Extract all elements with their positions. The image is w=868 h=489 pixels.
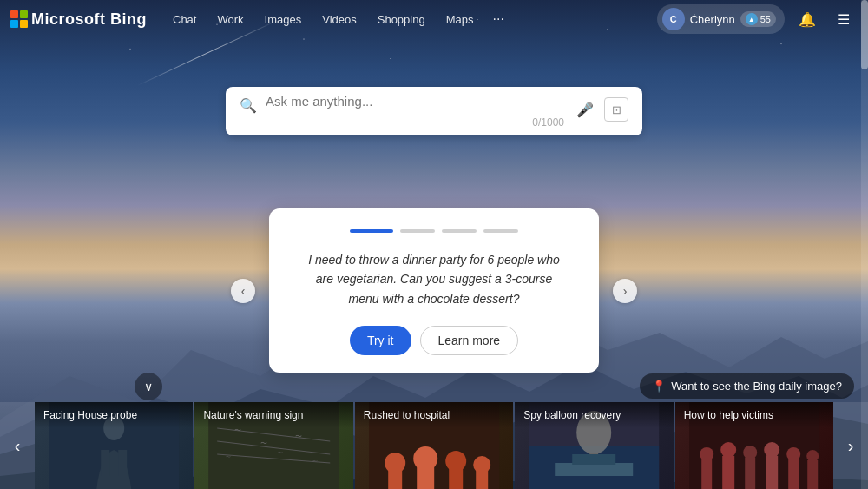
svg-rect-22 [417, 463, 434, 489]
points-value: 55 [760, 14, 771, 24]
nav-more-button[interactable]: ··· [485, 8, 510, 30]
svg-text:〜: 〜 [313, 459, 319, 464]
svg-rect-43 [788, 459, 799, 489]
news-card-3[interactable]: Rushed to hospital [355, 402, 513, 489]
logo-text: Microsoft Bing [31, 10, 147, 29]
news-card-2-title: Nature's warning sign [194, 402, 352, 428]
svg-text:〜: 〜 [227, 454, 232, 459]
suggestion-card: ‹ I need to throw a dinner party for 6 p… [269, 208, 599, 373]
chevron-down-icon: ∨ [144, 380, 153, 393]
try-it-button[interactable]: Try it [350, 326, 411, 355]
carousel-prev-button[interactable]: ‹ [231, 279, 255, 303]
news-card-2[interactable]: 〜 〜 〜 〜 〜 〜 Nature's warning sign [194, 402, 352, 489]
news-card-4[interactable]: Spy balloon recovery [515, 402, 673, 489]
news-prev-button[interactable]: ‹ [0, 402, 35, 489]
news-cards: Facing House probe 〜 〜 〜 〜 〜 〜 [35, 402, 833, 489]
suggestion-text: I need to throw a dinner party for 6 peo… [304, 250, 564, 308]
svg-point-36 [720, 442, 736, 458]
trophy-icon: ▲ [746, 13, 758, 25]
chevron-right-icon: › [848, 436, 854, 456]
notifications-button[interactable]: 🔔 [793, 5, 821, 33]
image-search-button[interactable]: ⊡ [604, 97, 628, 122]
news-card-5-title: How to help victims [675, 402, 833, 428]
search-actions: 🎤 ⊡ [573, 97, 628, 122]
nav-right: C Cherlynn ▲ 55 🔔 ☰ [657, 4, 858, 34]
progress-dot-1 [350, 229, 393, 233]
svg-rect-26 [476, 465, 488, 489]
svg-rect-24 [449, 463, 463, 489]
search-icon: 🔍 [240, 97, 257, 114]
learn-more-button[interactable]: Learn more [420, 326, 519, 355]
svg-rect-7 [118, 450, 127, 476]
scrollbar[interactable] [861, 0, 868, 489]
scrollbar-thumb[interactable] [861, 0, 868, 69]
svg-rect-37 [722, 456, 734, 489]
svg-rect-35 [701, 459, 712, 489]
svg-point-38 [743, 446, 757, 459]
svg-point-42 [786, 447, 800, 461]
news-card-1[interactable]: Facing House probe [35, 402, 193, 489]
nav-shopping[interactable]: Shopping [369, 10, 434, 30]
svg-rect-41 [766, 456, 778, 489]
nav-videos[interactable]: Videos [313, 10, 365, 30]
user-menu[interactable]: C Cherlynn ▲ 55 [657, 4, 785, 34]
nav-links: Chat Work Images Videos Shopping Maps ··… [164, 8, 657, 30]
svg-rect-6 [101, 450, 109, 476]
svg-text:〜: 〜 [279, 450, 284, 455]
microsoft-logo-icon [10, 10, 28, 28]
svg-rect-39 [745, 458, 755, 489]
username: Cherlynn [690, 13, 735, 26]
card-buttons: Try it Learn more [304, 326, 564, 355]
search-box: 🔍 0/1000 🎤 ⊡ [226, 87, 642, 135]
search-area: 🔍 0/1000 🎤 ⊡ [226, 87, 642, 135]
location-icon: 📍 [652, 380, 666, 393]
chevron-left-icon: ‹ [15, 436, 21, 456]
avatar: C [662, 8, 685, 30]
news-card-4-title: Spy balloon recovery [515, 402, 673, 428]
svg-rect-45 [807, 460, 818, 489]
search-input[interactable] [266, 94, 564, 109]
svg-text:〜: 〜 [261, 439, 268, 447]
news-card-5[interactable]: How to help victims [675, 402, 833, 489]
daily-image-button[interactable]: 📍 Want to see the Bing daily image? [640, 373, 854, 399]
nav-maps[interactable]: Maps [437, 10, 483, 30]
progress-dot-2 [400, 229, 435, 233]
carousel-next-button[interactable]: › [613, 279, 637, 303]
bing-logo: Microsoft Bing [10, 10, 147, 29]
news-card-3-title: Rushed to hospital [355, 402, 513, 428]
svg-rect-20 [388, 463, 402, 489]
svg-text:〜: 〜 [296, 433, 303, 440]
navbar: Microsoft Bing Chat Work Images Videos S… [0, 0, 868, 38]
progress-dot-3 [442, 229, 477, 233]
char-count: 0/1000 [266, 116, 564, 129]
search-input-area: 0/1000 [266, 94, 564, 129]
svg-point-44 [806, 450, 819, 462]
news-card-1-title: Facing House probe [35, 402, 193, 428]
microphone-button[interactable]: 🎤 [573, 97, 597, 122]
logo-area[interactable]: Microsoft Bing [10, 10, 147, 29]
nav-chat[interactable]: Chat [164, 10, 205, 30]
nav-work[interactable]: Work [208, 10, 252, 30]
progress-dots [304, 229, 564, 233]
svg-rect-32 [572, 454, 615, 465]
menu-button[interactable]: ☰ [830, 5, 858, 33]
news-strip: ‹ Facing House probe [0, 402, 868, 489]
scroll-down-button[interactable]: ∨ [135, 373, 162, 400]
nav-images[interactable]: Images [256, 10, 311, 30]
svg-rect-31 [555, 463, 633, 476]
points-badge: ▲ 55 [740, 11, 776, 27]
progress-dot-4 [483, 229, 518, 233]
svg-point-40 [764, 442, 779, 458]
daily-image-label: Want to see the Bing daily image? [671, 380, 842, 393]
